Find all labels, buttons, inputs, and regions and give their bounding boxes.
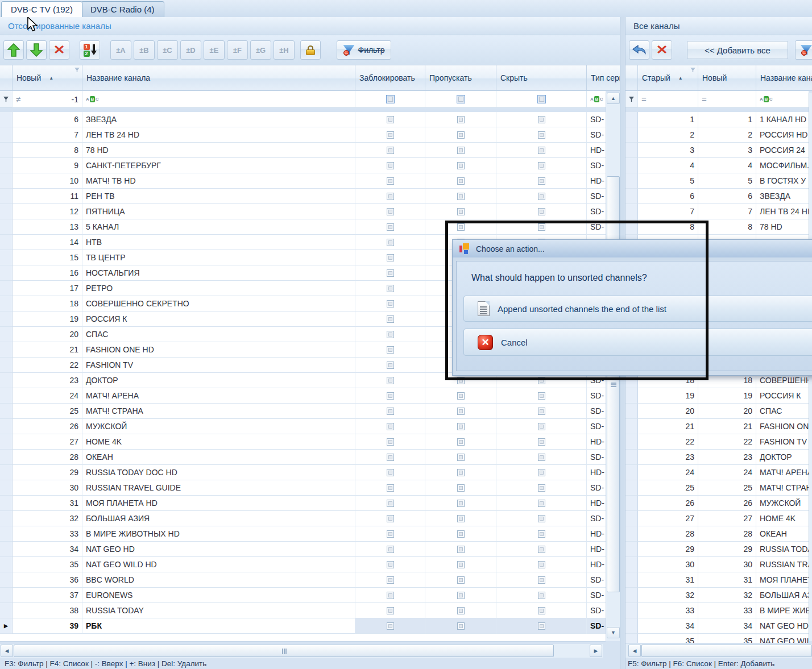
hide-checkbox[interactable] <box>538 607 545 614</box>
scroll-up-button[interactable]: ▲ <box>607 93 620 104</box>
cell-lock[interactable] <box>355 404 425 419</box>
cell-hide[interactable] <box>496 618 587 634</box>
hide-checkbox[interactable] <box>538 454 545 461</box>
cell-channel-name[interactable]: RUSSIAN TRAVEL GUIDE <box>82 480 355 496</box>
cell-hide[interactable] <box>496 404 587 419</box>
filter-checkbox[interactable] <box>537 95 546 103</box>
lock-checkbox[interactable] <box>387 515 394 522</box>
cell-hide[interactable] <box>496 189 587 204</box>
lock-button[interactable] <box>300 40 321 60</box>
skip-checkbox[interactable] <box>457 622 465 630</box>
skip-checkbox[interactable] <box>457 208 465 215</box>
lock-checkbox[interactable] <box>387 208 394 215</box>
channel-row[interactable]: 12ПЯТНИЦАSD- <box>0 204 606 219</box>
cell-lock[interactable] <box>355 358 425 373</box>
cell-old-number[interactable]: 25 <box>638 480 698 496</box>
cell-channel-name[interactable]: HOME 4K <box>82 434 355 450</box>
cell-channel-name[interactable]: FASHION ONE HD <box>82 342 355 358</box>
hide-checkbox[interactable] <box>538 116 545 123</box>
channel-row[interactable]: 6ЗВЕЗДАSD- <box>0 112 606 127</box>
cell-skip[interactable] <box>425 219 496 235</box>
cell-number[interactable]: 27 <box>13 434 82 450</box>
cell-old-number[interactable]: 20 <box>638 404 698 419</box>
cell-lock[interactable] <box>355 204 425 219</box>
hide-checkbox[interactable] <box>538 223 545 231</box>
cell-number[interactable]: 22 <box>13 358 82 373</box>
skip-checkbox[interactable] <box>457 116 465 123</box>
cell-lock[interactable] <box>355 373 425 388</box>
cell-lock[interactable] <box>355 265 425 281</box>
hide-checkbox[interactable] <box>538 208 545 215</box>
skip-checkbox[interactable] <box>457 484 465 492</box>
hide-checkbox[interactable] <box>538 408 545 415</box>
cell-channel-name[interactable]: EURONEWS <box>82 588 355 603</box>
cell-hide[interactable] <box>496 158 587 173</box>
channel-row[interactable]: 34NAT GEO HDHD- <box>0 542 606 557</box>
cell-lock[interactable] <box>355 281 425 296</box>
scrollbar-thumb[interactable] <box>14 645 554 657</box>
dialog-title-bar[interactable]: Choose an action... <box>453 240 812 257</box>
cell-number[interactable]: 17 <box>13 281 82 296</box>
cell-lock[interactable] <box>355 496 425 511</box>
cell-channel-name[interactable]: РОССИЯ К <box>756 388 809 404</box>
cell-old-number[interactable]: 24 <box>638 465 698 480</box>
cell-new-number[interactable]: 19 <box>698 388 756 404</box>
cell-new-number[interactable]: 3 <box>698 143 756 158</box>
column-header-name[interactable]: Название канала <box>756 65 812 91</box>
cell-hide[interactable] <box>496 511 587 526</box>
horizontal-scrollbar[interactable]: ◀ <box>625 644 812 658</box>
skip-checkbox[interactable] <box>457 469 465 476</box>
cell-old-number[interactable]: 2 <box>638 127 698 143</box>
cell-number[interactable]: 32 <box>13 511 82 526</box>
lock-checkbox[interactable] <box>387 162 394 169</box>
cell-skip[interactable] <box>425 511 496 526</box>
cell-channel-name[interactable]: САНКТ-ПЕТЕРБУРГ <box>82 158 355 173</box>
cell-number[interactable]: 39 <box>13 618 82 634</box>
channel-row[interactable]: 38RUSSIA TODAYSD- <box>0 603 606 618</box>
filter-cell-name[interactable]: ABC <box>756 91 809 108</box>
cell-new-number[interactable]: 29 <box>698 542 756 557</box>
cell-skip[interactable] <box>425 434 496 450</box>
cell-channel-name[interactable]: ПЯТНИЦА <box>82 204 355 219</box>
horizontal-scrollbar[interactable]: ◀ ▶ <box>0 644 603 658</box>
skip-checkbox[interactable] <box>457 515 465 522</box>
letter-sort-button[interactable]: ±G <box>250 40 271 60</box>
channel-row[interactable]: ▶39РБКSD- <box>0 618 606 634</box>
channel-row[interactable]: 1919РОССИЯ К <box>625 388 809 404</box>
lock-checkbox[interactable] <box>387 346 394 354</box>
cell-hide[interactable] <box>496 496 587 511</box>
cell-channel-name[interactable]: NAT GEO HD <box>756 618 809 634</box>
lock-checkbox[interactable] <box>387 546 394 553</box>
cell-hide[interactable] <box>496 434 587 450</box>
column-header-lock[interactable]: Заблокировать <box>355 65 425 91</box>
cell-channel-name[interactable]: ЗВЕЗДА <box>82 112 355 127</box>
cell-skip[interactable] <box>425 204 496 219</box>
skip-checkbox[interactable] <box>457 162 465 169</box>
column-header-type[interactable]: Тип сервиса <box>587 65 620 91</box>
cell-old-number[interactable]: 30 <box>638 557 698 572</box>
cell-lock[interactable] <box>355 511 425 526</box>
channel-row[interactable]: 24МАТЧ! АРЕНАSD- <box>0 388 606 404</box>
lock-checkbox[interactable] <box>387 361 394 369</box>
lock-checkbox[interactable] <box>387 592 394 599</box>
cell-number[interactable]: 37 <box>13 588 82 603</box>
cell-new-number[interactable]: 32 <box>698 588 756 603</box>
cell-old-number[interactable]: 8 <box>638 219 698 235</box>
channel-row[interactable]: 878 HDHD- <box>0 143 606 158</box>
cell-new-number[interactable]: 2 <box>698 127 756 143</box>
cell-channel-name[interactable]: RUSSIA TODAY DOC HD <box>82 465 355 480</box>
channel-row[interactable]: 2222FASHION TV <box>625 434 809 450</box>
cell-lock[interactable] <box>355 127 425 143</box>
cell-old-number[interactable]: 1 <box>638 112 698 127</box>
cell-skip[interactable] <box>425 572 496 588</box>
cell-hide[interactable] <box>496 450 587 465</box>
skip-checkbox[interactable] <box>457 592 465 599</box>
delete-button[interactable]: ✕ <box>49 40 69 60</box>
cell-hide[interactable] <box>496 112 587 127</box>
cell-hide[interactable] <box>496 173 587 189</box>
cell-channel-name[interactable]: БОЛЬШАЯ АЗИЯ <box>82 511 355 526</box>
cell-number[interactable]: 20 <box>13 327 82 342</box>
cell-new-number[interactable]: 5 <box>698 173 756 189</box>
cell-channel-name[interactable]: СПАС <box>82 327 355 342</box>
letter-sort-button[interactable]: ±D <box>180 40 201 60</box>
